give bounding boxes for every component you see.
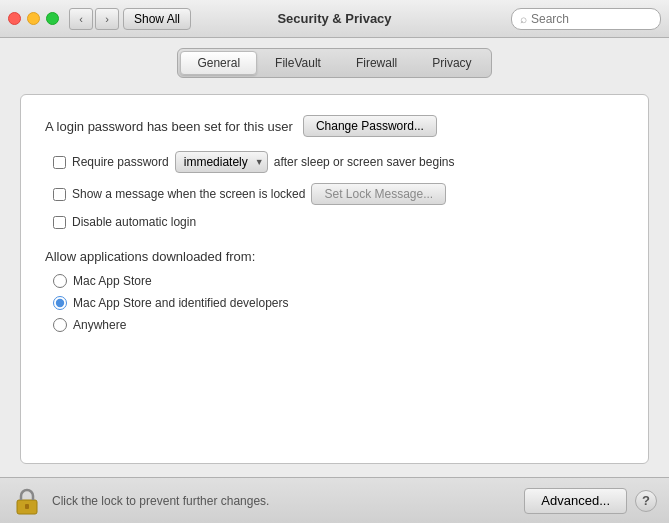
- close-button[interactable]: [8, 12, 21, 25]
- radio-anywhere-label: Anywhere: [73, 318, 126, 332]
- tab-firewall[interactable]: Firewall: [339, 51, 414, 75]
- tabs-container: General FileVault Firewall Privacy: [20, 48, 649, 78]
- tab-filevault[interactable]: FileVault: [258, 51, 338, 75]
- tabs: General FileVault Firewall Privacy: [177, 48, 491, 78]
- window-title: Security & Privacy: [277, 11, 391, 26]
- radio-row-anywhere: Anywhere: [53, 318, 624, 332]
- forward-button[interactable]: ›: [95, 8, 119, 30]
- traffic-lights: [8, 12, 59, 25]
- tab-privacy[interactable]: Privacy: [415, 51, 488, 75]
- general-panel: A login password has been set for this u…: [20, 94, 649, 464]
- change-password-button[interactable]: Change Password...: [303, 115, 437, 137]
- search-box: ⌕: [511, 8, 661, 30]
- show-message-row: Show a message when the screen is locked…: [45, 183, 624, 205]
- password-interval-dropdown[interactable]: immediately 5 seconds 1 minute 5 minutes…: [175, 151, 268, 173]
- radio-anywhere[interactable]: [53, 318, 67, 332]
- help-button[interactable]: ?: [635, 490, 657, 512]
- radio-mac-app-store-identified[interactable]: [53, 296, 67, 310]
- disable-autologin-row: Disable automatic login: [45, 215, 624, 229]
- maximize-button[interactable]: [46, 12, 59, 25]
- back-button[interactable]: ‹: [69, 8, 93, 30]
- require-password-checkbox[interactable]: [53, 156, 66, 169]
- require-password-suffix: after sleep or screen saver begins: [274, 155, 455, 169]
- main-content: General FileVault Firewall Privacy A log…: [0, 38, 669, 474]
- lock-text: Click the lock to prevent further change…: [52, 494, 524, 508]
- require-password-label: Require password: [72, 155, 169, 169]
- radio-mac-app-store-label: Mac App Store: [73, 274, 152, 288]
- titlebar: ‹ › Show All Security & Privacy ⌕: [0, 0, 669, 38]
- nav-arrows: ‹ ›: [69, 8, 119, 30]
- show-all-button[interactable]: Show All: [123, 8, 191, 30]
- set-lock-message-button[interactable]: Set Lock Message...: [311, 183, 446, 205]
- radio-mac-app-store[interactable]: [53, 274, 67, 288]
- search-input[interactable]: [531, 12, 652, 26]
- show-message-label: Show a message when the screen is locked: [72, 187, 305, 201]
- advanced-button[interactable]: Advanced...: [524, 488, 627, 514]
- search-icon: ⌕: [520, 12, 527, 26]
- login-password-row: A login password has been set for this u…: [45, 115, 624, 137]
- allow-apps-radio-group: Mac App Store Mac App Store and identifi…: [45, 274, 624, 332]
- allow-apps-title: Allow applications downloaded from:: [45, 249, 624, 264]
- tab-general[interactable]: General: [180, 51, 257, 75]
- show-message-checkbox[interactable]: [53, 188, 66, 201]
- disable-autologin-checkbox[interactable]: [53, 216, 66, 229]
- lock-icon: [12, 486, 42, 516]
- radio-row-mac-app-store-identified: Mac App Store and identified developers: [53, 296, 624, 310]
- disable-autologin-label: Disable automatic login: [72, 215, 196, 229]
- radio-mac-app-store-identified-label: Mac App Store and identified developers: [73, 296, 288, 310]
- minimize-button[interactable]: [27, 12, 40, 25]
- radio-row-mac-app-store: Mac App Store: [53, 274, 624, 288]
- login-password-text: A login password has been set for this u…: [45, 119, 293, 134]
- bottom-bar: Click the lock to prevent further change…: [0, 477, 669, 523]
- require-password-row: Require password immediately 5 seconds 1…: [45, 151, 624, 173]
- svg-rect-1: [25, 504, 29, 509]
- password-interval-dropdown-wrapper: immediately 5 seconds 1 minute 5 minutes…: [175, 151, 268, 173]
